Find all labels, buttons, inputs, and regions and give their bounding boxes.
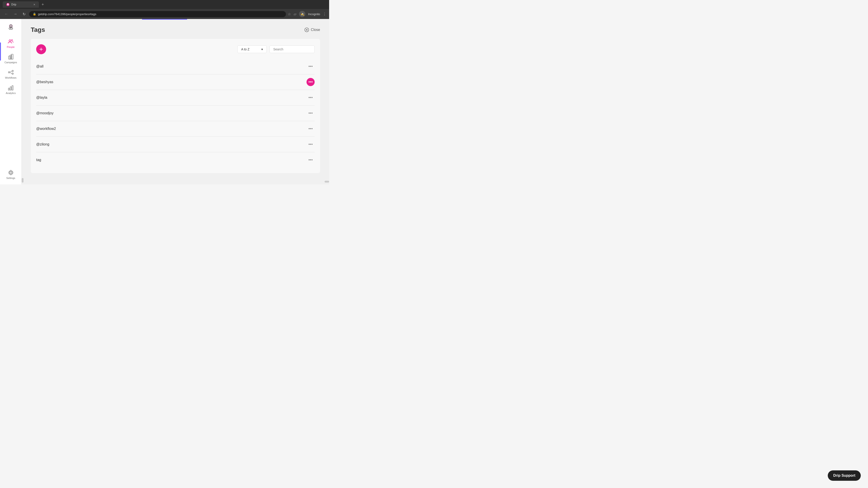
sidebar-item-settings[interactable]: Settings (2, 167, 20, 182)
svg-point-8 (9, 40, 11, 41)
tag-more-button[interactable]: ••• (307, 125, 315, 133)
main-content: Tags Close + (22, 19, 329, 184)
search-input[interactable] (270, 45, 315, 53)
tag-name: @all (36, 64, 307, 68)
split-view-icon[interactable]: ▱ (293, 12, 296, 16)
chevron-down-icon: ▾ (261, 47, 263, 51)
active-tab[interactable]: Drip × (3, 1, 39, 8)
plus-icon: + (39, 46, 43, 53)
sidebar-logo[interactable] (5, 22, 16, 33)
close-icon (305, 28, 309, 32)
tag-name: @moodjoy (36, 111, 307, 115)
tag-row: @beshyas••• (36, 74, 315, 90)
scroll-hint-left (22, 178, 24, 183)
tag-more-button[interactable]: ••• (307, 109, 315, 117)
sort-label: A to Z (241, 47, 250, 51)
sidebar-item-analytics-label: Analytics (6, 92, 16, 94)
back-button[interactable]: ← (3, 11, 10, 17)
close-button[interactable]: Close (305, 28, 320, 32)
svg-point-0 (7, 3, 9, 5)
new-tab-button[interactable]: + (41, 1, 45, 8)
address-bar[interactable]: 🔒 getdrip.com/7641396/people/properties#… (29, 11, 286, 17)
tag-row: @layla••• (36, 90, 315, 105)
sidebar-item-people-label: People (7, 46, 14, 48)
svg-point-14 (12, 70, 13, 72)
accent-bar (0, 42, 1, 61)
content-wrapper: Tags Close + (22, 19, 329, 184)
sidebar-item-people[interactable]: People (2, 36, 20, 51)
url-text: getdrip.com/7641396/people/properties#ta… (38, 12, 96, 16)
sidebar-item-analytics[interactable]: Analytics (2, 82, 20, 97)
tag-name: @beshyas (36, 80, 307, 84)
bookmark-icon[interactable]: ☆ (288, 12, 291, 16)
tag-name: @zilong (36, 142, 307, 147)
tag-row: @all••• (36, 59, 315, 74)
tags-panel: + A to Z ▾ @all•••@beshyas•••@layla•••@m… (31, 39, 320, 173)
browser-tab-bar: Drip × + (0, 0, 329, 9)
page-title: Tags (31, 26, 45, 33)
tag-row: @workflow2••• (36, 121, 315, 137)
browser-nav-bar: ← → ↻ 🔒 getdrip.com/7641396/people/prope… (0, 9, 329, 19)
tag-more-button[interactable]: ••• (307, 140, 315, 149)
svg-point-13 (8, 72, 10, 73)
nav-actions: ☆ ▱ 🕵 Incognito ⋮ (288, 11, 327, 17)
tag-name: tag (36, 158, 307, 162)
tag-row: tag••• (36, 152, 315, 168)
progress-bar (142, 19, 187, 20)
svg-point-7 (10, 25, 11, 26)
svg-point-21 (10, 172, 12, 173)
tag-more-button[interactable]: ••• (307, 62, 315, 70)
add-tag-button[interactable]: + (36, 44, 46, 54)
svg-rect-18 (8, 88, 9, 90)
incognito-badge[interactable]: 🕵 (299, 11, 305, 17)
svg-point-15 (12, 73, 13, 74)
app-container: People Campaigns Workflows (0, 19, 329, 184)
sidebar-item-settings-label: Settings (6, 177, 16, 180)
tags-toolbar: + A to Z ▾ (36, 44, 315, 54)
svg-point-1 (7, 5, 8, 5)
tag-more-button[interactable]: ••• (307, 156, 315, 164)
tag-row: @moodjoy••• (36, 105, 315, 121)
incognito-icon: 🕵 (301, 12, 304, 16)
tag-name: @layla (36, 96, 307, 100)
tags-header: Tags Close (31, 26, 320, 33)
scroll-hint-right (324, 181, 329, 183)
svg-point-2 (8, 5, 9, 5)
sidebar-item-campaigns-label: Campaigns (4, 61, 17, 64)
tags-list: @all•••@beshyas•••@layla•••@moodjoy•••@w… (36, 59, 315, 168)
sort-dropdown[interactable]: A to Z ▾ (237, 45, 267, 53)
tag-row: @zilong••• (36, 137, 315, 152)
tab-title: Drip (11, 3, 16, 6)
browser-menu-icon[interactable]: ⋮ (323, 12, 327, 16)
forward-button[interactable]: → (12, 11, 19, 17)
tag-more-button[interactable]: ••• (307, 94, 315, 102)
svg-rect-19 (10, 87, 11, 90)
tab-close-button[interactable]: × (33, 3, 35, 6)
svg-line-17 (10, 72, 12, 73)
incognito-label: Incognito (308, 12, 320, 16)
close-button-label: Close (311, 28, 320, 32)
sidebar-item-campaigns[interactable]: Campaigns (2, 52, 20, 66)
svg-point-9 (11, 39, 13, 41)
sidebar-item-workflows[interactable]: Workflows (2, 67, 20, 81)
sidebar-item-workflows-label: Workflows (5, 76, 17, 79)
tab-favicon (6, 3, 9, 6)
refresh-button[interactable]: ↻ (21, 11, 27, 17)
tag-name: @workflow2 (36, 127, 307, 131)
lock-icon: 🔒 (33, 12, 36, 15)
svg-line-16 (10, 71, 12, 72)
svg-rect-20 (12, 86, 13, 90)
sidebar: People Campaigns Workflows (0, 19, 22, 184)
tag-more-button[interactable]: ••• (307, 78, 315, 86)
